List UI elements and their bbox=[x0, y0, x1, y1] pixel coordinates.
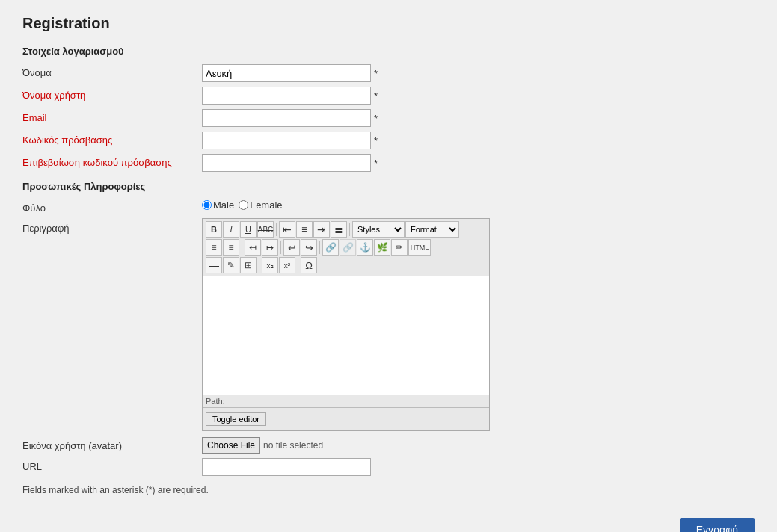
password-row: Κωδικός πρόσβασης * bbox=[22, 132, 755, 149]
align-right-button[interactable]: ⇥ bbox=[313, 221, 330, 238]
no-file-text: no file selected bbox=[263, 440, 323, 451]
sep1 bbox=[276, 223, 277, 236]
username-label: Όνομα χρήστη bbox=[22, 87, 202, 101]
indent-button[interactable]: ↦ bbox=[262, 239, 278, 256]
cleanup-button[interactable]: ✏ bbox=[391, 239, 408, 256]
confirm-password-asterisk: * bbox=[374, 158, 378, 169]
name-row: Όνομα * bbox=[22, 64, 755, 82]
toolbar-row-2: ≡ ≡ ↤ ↦ ↩ ↪ 🔗 🔗 ⚓ 🌿 ✏ HTML bbox=[206, 239, 486, 256]
undo-button[interactable]: ↩ bbox=[283, 239, 300, 256]
name-value: * bbox=[202, 64, 755, 82]
styles-select[interactable]: Styles bbox=[352, 221, 405, 238]
bold-button[interactable]: B bbox=[206, 221, 222, 238]
avatar-value: Choose File no file selected bbox=[202, 437, 755, 454]
align-center-button[interactable]: ≡ bbox=[296, 221, 313, 238]
toggle-editor-button[interactable]: Toggle editor bbox=[206, 412, 266, 426]
avatar-label: Εικόνα χρήστη (avatar) bbox=[22, 437, 202, 451]
toolbar-row-3: — ✎ ⊞ x₂ x² Ω bbox=[206, 257, 486, 273]
description-editor-container: B I U ABC ⇤ ≡ ⇥ ≣ Styles Format bbox=[202, 218, 755, 431]
description-row: Περιγραφή B I U ABC ⇤ ≡ ⇥ ≣ Styles bbox=[22, 218, 755, 431]
gender-female-text: Female bbox=[250, 200, 282, 211]
submit-button[interactable]: Εγγραφή bbox=[680, 518, 755, 532]
gender-radio-group: Male Female bbox=[202, 200, 283, 211]
password-label: Κωδικός πρόσβασης bbox=[22, 132, 202, 146]
url-row: URL bbox=[22, 458, 755, 476]
choose-file-button[interactable]: Choose File bbox=[202, 437, 260, 454]
italic-button[interactable]: I bbox=[223, 221, 239, 238]
confirm-password-value: * bbox=[202, 154, 755, 172]
pencil-button[interactable]: ✎ bbox=[223, 257, 239, 273]
omega-button[interactable]: Ω bbox=[301, 257, 317, 273]
description-label: Περιγραφή bbox=[22, 218, 202, 234]
required-note: Fields marked with an asterisk (*) are r… bbox=[22, 485, 755, 495]
sep4 bbox=[280, 241, 281, 254]
strikethrough-button[interactable]: ABC bbox=[257, 221, 274, 238]
html-button[interactable]: HTML bbox=[408, 239, 431, 256]
email-label: Email bbox=[22, 109, 202, 123]
ul-button[interactable]: ≡ bbox=[206, 239, 222, 256]
editor-textarea[interactable] bbox=[203, 276, 489, 392]
name-label: Όνομα bbox=[22, 64, 202, 78]
superscript-button[interactable]: x² bbox=[279, 257, 295, 273]
password-asterisk: * bbox=[374, 135, 378, 146]
editor-path: Path: bbox=[203, 395, 489, 407]
confirm-password-row: Επιβεβαίωση κωδικού πρόσβασης * bbox=[22, 154, 755, 172]
toolbar-row-1: B I U ABC ⇤ ≡ ⇥ ≣ Styles Format bbox=[206, 221, 486, 238]
gender-row: Φύλο Male Female bbox=[22, 200, 755, 214]
editor-toolbar: B I U ABC ⇤ ≡ ⇥ ≣ Styles Format bbox=[203, 219, 489, 276]
confirm-password-input[interactable] bbox=[202, 154, 371, 172]
underline-button[interactable]: U bbox=[240, 221, 257, 238]
password-value: * bbox=[202, 132, 755, 149]
email-value: * bbox=[202, 109, 755, 127]
subscript-button[interactable]: x₂ bbox=[262, 257, 278, 273]
username-row: Όνομα χρήστη * bbox=[22, 87, 755, 105]
username-asterisk: * bbox=[374, 90, 378, 102]
gender-female-radio[interactable] bbox=[239, 200, 248, 210]
gender-value: Male Female bbox=[202, 200, 755, 211]
name-input[interactable] bbox=[202, 64, 371, 82]
gender-female-label[interactable]: Female bbox=[239, 200, 282, 211]
format-select[interactable]: Format bbox=[405, 221, 459, 238]
gender-male-label[interactable]: Male bbox=[202, 200, 234, 211]
name-asterisk: * bbox=[374, 68, 378, 79]
link-button[interactable]: 🔗 bbox=[322, 239, 339, 256]
url-input[interactable] bbox=[202, 458, 371, 476]
url-label: URL bbox=[22, 458, 202, 472]
justify-button[interactable]: ≣ bbox=[331, 221, 347, 238]
email-asterisk: * bbox=[374, 113, 378, 124]
sep2 bbox=[349, 223, 350, 236]
url-value bbox=[202, 458, 755, 476]
password-input[interactable] bbox=[202, 132, 371, 149]
gender-male-radio[interactable] bbox=[202, 200, 212, 210]
submit-row: Εγγραφή bbox=[22, 510, 755, 532]
ol-button[interactable]: ≡ bbox=[223, 239, 239, 256]
redo-button[interactable]: ↪ bbox=[301, 239, 317, 256]
sep5 bbox=[319, 241, 320, 254]
personal-section-header: Προσωπικές Πληροφορίες bbox=[22, 181, 755, 192]
anchor-button[interactable]: ⚓ bbox=[357, 239, 373, 256]
gender-male-text: Male bbox=[213, 200, 234, 211]
table-button[interactable]: ⊞ bbox=[240, 257, 257, 273]
outdent-button[interactable]: ↤ bbox=[245, 239, 261, 256]
sep6 bbox=[259, 259, 259, 272]
page-title: Registration bbox=[22, 15, 755, 32]
rich-text-editor: B I U ABC ⇤ ≡ ⇥ ≣ Styles Format bbox=[202, 218, 490, 431]
account-section-header: Στοιχεία λογαριασμού bbox=[22, 46, 755, 57]
hr-button[interactable]: — bbox=[206, 257, 222, 273]
email-row: Email * bbox=[22, 109, 755, 127]
path-label: Path: bbox=[206, 397, 225, 406]
unlink-button[interactable]: 🔗 bbox=[340, 239, 356, 256]
username-input[interactable] bbox=[202, 87, 371, 105]
email-input[interactable] bbox=[202, 109, 371, 127]
avatar-row: Εικόνα χρήστη (avatar) Choose File no fi… bbox=[22, 437, 755, 454]
image-button[interactable]: 🌿 bbox=[374, 239, 390, 256]
align-left-button[interactable]: ⇤ bbox=[279, 221, 295, 238]
confirm-password-label: Επιβεβαίωση κωδικού πρόσβασης bbox=[22, 154, 202, 168]
username-value: * bbox=[202, 87, 755, 105]
sep7 bbox=[298, 259, 298, 272]
gender-label: Φύλο bbox=[22, 200, 202, 214]
sep3 bbox=[242, 241, 242, 254]
